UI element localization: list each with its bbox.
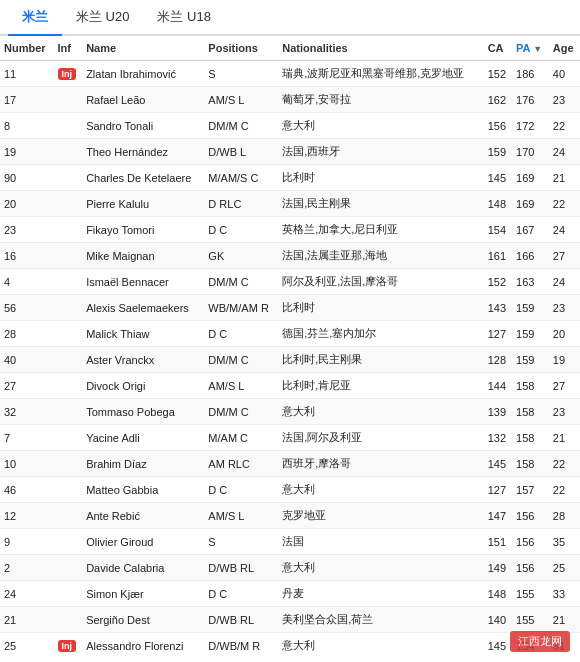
- cell-inf: [54, 373, 83, 399]
- table-row[interactable]: 28Malick ThiawD C德国,芬兰,塞内加尔12715920: [0, 321, 580, 347]
- table-row[interactable]: 8Sandro TonaliDM/M C意大利15617222: [0, 113, 580, 139]
- cell-inf: [54, 217, 83, 243]
- table-row[interactable]: 32Tommaso PobegaDM/M C意大利13915823: [0, 399, 580, 425]
- cell-name: Davide Calabria: [82, 555, 204, 581]
- table-row[interactable]: 24Simon KjærD C丹麦14815533: [0, 581, 580, 607]
- cell-name: Theo Hernández: [82, 139, 204, 165]
- cell-ca: 161: [484, 243, 512, 269]
- cell-nationalities: 英格兰,加拿大,尼日利亚: [278, 217, 483, 243]
- tab-milan-u18[interactable]: 米兰 U18: [143, 0, 224, 36]
- cell-name: Aster Vranckx: [82, 347, 204, 373]
- cell-number: 10: [0, 451, 54, 477]
- cell-nationalities: 葡萄牙,安哥拉: [278, 87, 483, 113]
- cell-name: Tommaso Pobega: [82, 399, 204, 425]
- cell-age: 22: [549, 451, 580, 477]
- cell-ca: 144: [484, 373, 512, 399]
- cell-positions: AM RLC: [204, 451, 278, 477]
- cell-inf: [54, 113, 83, 139]
- cell-nationalities: 比利时,民主刚果: [278, 347, 483, 373]
- cell-number: 21: [0, 607, 54, 633]
- cell-nationalities: 丹麦: [278, 581, 483, 607]
- cell-inf: [54, 191, 83, 217]
- col-header-ca[interactable]: CA: [484, 36, 512, 61]
- table-row[interactable]: 40Aster VranckxDM/M C比利时,民主刚果12815919: [0, 347, 580, 373]
- cell-number: 24: [0, 581, 54, 607]
- cell-age: 24: [549, 269, 580, 295]
- cell-pa: 156: [512, 529, 549, 555]
- cell-nationalities: 法国,法属圭亚那,海地: [278, 243, 483, 269]
- cell-nationalities: 意大利: [278, 555, 483, 581]
- cell-inf: [54, 295, 83, 321]
- col-header-pa[interactable]: PA ▼: [512, 36, 549, 61]
- table-row[interactable]: 90Charles De KetelaereM/AM/S C比利时1451692…: [0, 165, 580, 191]
- table-row[interactable]: 11InjZlatan IbrahimovićS瑞典,波斯尼亚和黑塞哥维那,克罗…: [0, 61, 580, 87]
- cell-number: 20: [0, 191, 54, 217]
- cell-age: 27: [549, 373, 580, 399]
- cell-age: 24: [549, 139, 580, 165]
- cell-name: Sandro Tonali: [82, 113, 204, 139]
- cell-number: 4: [0, 269, 54, 295]
- cell-positions: GK: [204, 243, 278, 269]
- cell-positions: D RLC: [204, 191, 278, 217]
- cell-positions: D C: [204, 477, 278, 503]
- tab-milan[interactable]: 米兰: [8, 0, 62, 36]
- cell-age: 31: [549, 633, 580, 657]
- table-row[interactable]: 23Fikayo TomoriD C英格兰,加拿大,尼日利亚15416724: [0, 217, 580, 243]
- table-row[interactable]: 25InjAlessandro FlorenziD/WB/M R意大利14515…: [0, 633, 580, 657]
- cell-number: 27: [0, 373, 54, 399]
- col-header-positions: Positions: [204, 36, 278, 61]
- table-row[interactable]: 2Davide CalabriaD/WB RL意大利14915625: [0, 555, 580, 581]
- cell-number: 19: [0, 139, 54, 165]
- table-body: 11InjZlatan IbrahimovićS瑞典,波斯尼亚和黑塞哥维那,克罗…: [0, 61, 580, 657]
- table-row[interactable]: 10Brahim DíazAM RLC西班牙,摩洛哥14515822: [0, 451, 580, 477]
- cell-name: Alexis Saelemaekers: [82, 295, 204, 321]
- cell-age: 28: [549, 503, 580, 529]
- cell-nationalities: 法国: [278, 529, 483, 555]
- cell-pa: 170: [512, 139, 549, 165]
- cell-pa: 172: [512, 113, 549, 139]
- table-row[interactable]: 9Olivier GiroudS法国15115635: [0, 529, 580, 555]
- cell-inf: [54, 399, 83, 425]
- table-row[interactable]: 56Alexis SaelemaekersWB/M/AM R比利时1431592…: [0, 295, 580, 321]
- cell-age: 23: [549, 87, 580, 113]
- cell-ca: 140: [484, 607, 512, 633]
- table-row[interactable]: 27Divock OrigiAM/S L比利时,肯尼亚14415827: [0, 373, 580, 399]
- table-row[interactable]: 21Sergiño DestD/WB RL美利坚合众国,荷兰14015521: [0, 607, 580, 633]
- cell-inf: [54, 321, 83, 347]
- table-row[interactable]: 12Ante RebićAM/S L克罗地亚14715628: [0, 503, 580, 529]
- cell-nationalities: 意大利: [278, 399, 483, 425]
- cell-nationalities: 比利时,肯尼亚: [278, 373, 483, 399]
- cell-age: 22: [549, 191, 580, 217]
- table-row[interactable]: 19Theo HernándezD/WB L法国,西班牙15917024: [0, 139, 580, 165]
- cell-positions: M/AM/S C: [204, 165, 278, 191]
- table-row[interactable]: 20Pierre KaluluD RLC法国,民主刚果14816922: [0, 191, 580, 217]
- cell-name: Brahim Díaz: [82, 451, 204, 477]
- cell-positions: DM/M C: [204, 347, 278, 373]
- table-row[interactable]: 7Yacine AdliM/AM C法国,阿尔及利亚13215821: [0, 425, 580, 451]
- tab-milan-u20[interactable]: 米兰 U20: [62, 0, 143, 36]
- cell-nationalities: 法国,阿尔及利亚: [278, 425, 483, 451]
- cell-pa: 169: [512, 191, 549, 217]
- cell-positions: S: [204, 529, 278, 555]
- cell-number: 32: [0, 399, 54, 425]
- cell-inf: [54, 425, 83, 451]
- cell-ca: 151: [484, 529, 512, 555]
- cell-number: 56: [0, 295, 54, 321]
- col-header-age[interactable]: Age: [549, 36, 580, 61]
- cell-ca: 148: [484, 581, 512, 607]
- cell-number: 46: [0, 477, 54, 503]
- cell-nationalities: 意大利: [278, 113, 483, 139]
- table-row[interactable]: 46Matteo GabbiaD C意大利12715722: [0, 477, 580, 503]
- cell-ca: 127: [484, 477, 512, 503]
- cell-name: Simon Kjær: [82, 581, 204, 607]
- cell-ca: 139: [484, 399, 512, 425]
- table-row[interactable]: 4Ismaël BennacerDM/M C阿尔及利亚,法国,摩洛哥152163…: [0, 269, 580, 295]
- cell-nationalities: 克罗地亚: [278, 503, 483, 529]
- table-row[interactable]: 16Mike MaignanGK法国,法属圭亚那,海地16116627: [0, 243, 580, 269]
- cell-pa: 156: [512, 555, 549, 581]
- table-row[interactable]: 17Rafael LeãoAM/S L葡萄牙,安哥拉16217623: [0, 87, 580, 113]
- cell-name: Malick Thiaw: [82, 321, 204, 347]
- injury-badge: Inj: [58, 68, 77, 80]
- cell-pa: 163: [512, 269, 549, 295]
- cell-nationalities: 瑞典,波斯尼亚和黑塞哥维那,克罗地亚: [278, 61, 483, 87]
